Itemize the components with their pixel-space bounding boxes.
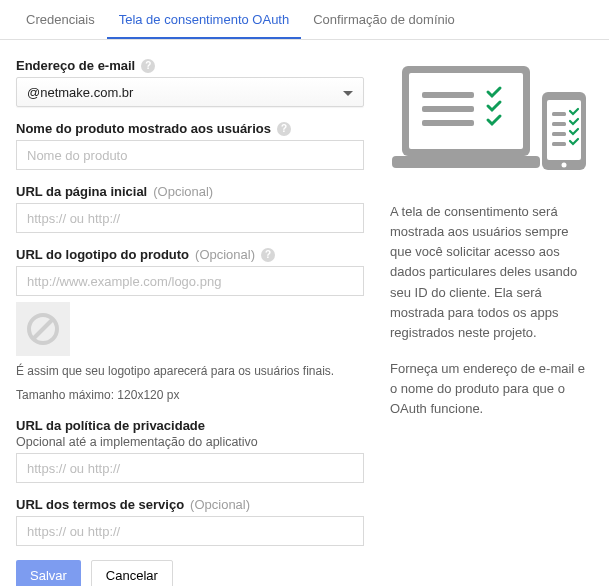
email-label-text: Endereço de e-mail [16,58,135,73]
tos-label: URL dos termos de serviço (Opcional) [16,497,364,512]
field-homepage: URL da página inicial (Opcional) [16,184,364,233]
prohibited-icon [25,311,61,347]
tabs: Credenciais Tela de consentimento OAuth … [0,0,609,40]
homepage-input[interactable] [16,203,364,233]
info-paragraph-1: A tela de consentimento será mostrada ao… [390,202,593,343]
help-icon[interactable]: ? [277,122,291,136]
help-icon[interactable]: ? [261,248,275,262]
email-label: Endereço de e-mail ? [16,58,364,73]
svg-rect-12 [552,122,566,126]
content: Endereço de e-mail ? @netmake.com.br Nom… [0,40,609,586]
field-logo-url: URL do logotipo do produto (Opcional) ? … [16,247,364,404]
tos-label-text: URL dos termos de serviço [16,497,184,512]
svg-line-1 [33,319,53,339]
logo-url-label-text: URL do logotipo do produto [16,247,189,262]
svg-rect-5 [422,92,474,98]
logo-url-label: URL do logotipo do produto (Opcional) ? [16,247,364,262]
svg-rect-6 [422,106,474,112]
tab-credentials[interactable]: Credenciais [14,0,107,39]
privacy-sublabel: Opcional até a implementação do aplicati… [16,435,364,449]
svg-rect-4 [392,156,540,168]
tos-optional: (Opcional) [190,497,250,512]
save-button[interactable]: Salvar [16,560,81,586]
product-name-label-text: Nome do produto mostrado aos usuários [16,121,271,136]
product-name-input[interactable] [16,140,364,170]
tos-input[interactable] [16,516,364,546]
privacy-label-text: URL da política de privacidade [16,418,205,433]
field-privacy: URL da política de privacidade Opcional … [16,418,364,483]
email-select-value: @netmake.com.br [27,85,133,100]
svg-rect-11 [552,112,566,116]
consent-illustration [390,58,593,184]
svg-rect-13 [552,132,566,136]
homepage-label: URL da página inicial (Opcional) [16,184,364,199]
tab-consent[interactable]: Tela de consentimento OAuth [107,0,302,39]
button-row: Salvar Cancelar [16,560,364,586]
info-column: A tela de consentimento será mostrada ao… [390,58,593,586]
homepage-label-text: URL da página inicial [16,184,147,199]
privacy-label: URL da política de privacidade [16,418,364,433]
svg-rect-7 [422,120,474,126]
form-column: Endereço de e-mail ? @netmake.com.br Nom… [16,58,364,586]
svg-rect-14 [552,142,566,146]
product-name-label: Nome do produto mostrado aos usuários ? [16,121,364,136]
privacy-input[interactable] [16,453,364,483]
logo-preview [16,302,70,356]
info-paragraph-2: Forneça um endereço de e-mail e o nome d… [390,359,593,419]
cancel-button[interactable]: Cancelar [91,560,173,586]
chevron-down-icon [343,85,353,100]
logo-url-optional: (Opcional) [195,247,255,262]
field-product-name: Nome do produto mostrado aos usuários ? [16,121,364,170]
svg-point-10 [561,163,566,168]
logo-hint-1: É assim que seu logotipo aparecerá para … [16,362,364,380]
field-email: Endereço de e-mail ? @netmake.com.br [16,58,364,107]
homepage-optional: (Opcional) [153,184,213,199]
logo-hint-2: Tamanho máximo: 120x120 px [16,386,364,404]
email-select[interactable]: @netmake.com.br [16,77,364,107]
help-icon[interactable]: ? [141,59,155,73]
logo-url-input[interactable] [16,266,364,296]
field-tos: URL dos termos de serviço (Opcional) [16,497,364,546]
tab-domain[interactable]: Confirmação de domínio [301,0,467,39]
